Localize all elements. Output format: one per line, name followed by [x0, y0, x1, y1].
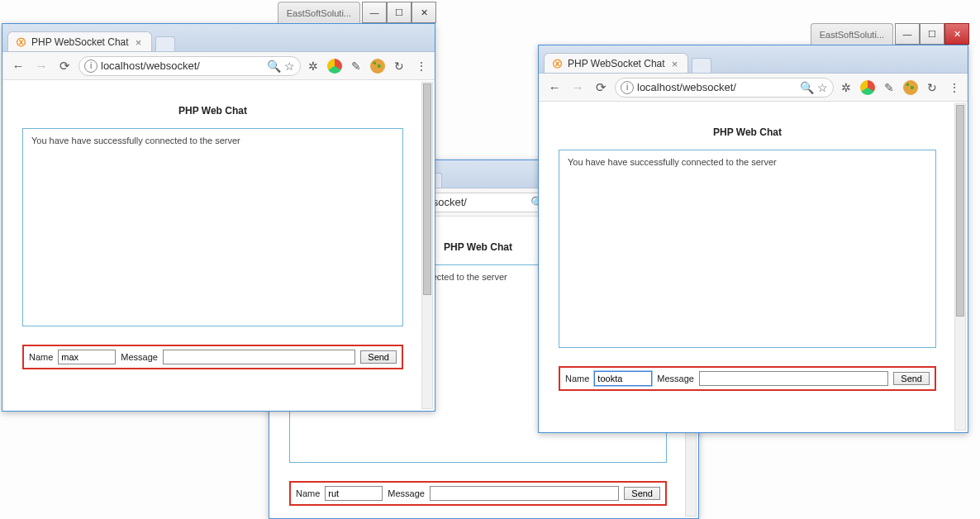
page-content: PHP Web Chat You have have successfully …	[539, 102, 968, 432]
maximize-button[interactable]: ☐	[920, 23, 944, 45]
name-input[interactable]	[58, 350, 116, 364]
forward-button[interactable]: →	[32, 57, 50, 75]
pencil-extension-icon[interactable]: ✎	[882, 80, 897, 95]
maximize-button[interactable]: ☐	[387, 2, 412, 23]
bug-extension-icon[interactable]: ✲	[306, 59, 321, 74]
pencil-extension-icon[interactable]: ✎	[349, 59, 364, 74]
message-input[interactable]	[430, 486, 619, 501]
window-app-name: EastSoftSoluti...	[278, 2, 360, 23]
url-text: localhost/websocket/	[637, 81, 797, 93]
minimize-button[interactable]: —	[895, 23, 920, 45]
tab-active[interactable]: ⓧ PHP WebSocket Chat ×	[544, 53, 688, 73]
address-bar[interactable]: i localhost/websocket/ 🔍 ☆	[615, 78, 834, 98]
scrollbar-thumb[interactable]	[956, 105, 964, 317]
color-circle-extension-icon[interactable]	[327, 59, 342, 74]
tab-strip: ⓧ PHP WebSocket Chat ×	[539, 45, 968, 74]
back-button[interactable]: ←	[545, 79, 564, 97]
address-bar[interactable]: i localhost/websocket/ 🔍 ☆	[78, 56, 301, 76]
xampp-favicon-icon: ⓧ	[551, 58, 563, 69]
send-button[interactable]: Send	[624, 487, 660, 500]
url-text: localhost/websocket/	[101, 60, 264, 72]
menu-button[interactable]: ⋮	[413, 59, 428, 74]
reload-button[interactable]: ⟳	[55, 57, 74, 75]
cookie-extension-icon[interactable]	[903, 80, 918, 95]
connected-message: You have have successfully connected to …	[31, 136, 240, 145]
tab-close-icon[interactable]: ×	[670, 59, 680, 69]
cookie-extension-icon[interactable]	[370, 59, 385, 74]
sync-extension-icon[interactable]: ↻	[392, 59, 407, 74]
tab-strip: ⓧ PHP WebSocket Chat ×	[2, 24, 435, 52]
window-controls: — ☐ ✕	[895, 23, 969, 45]
new-tab-button[interactable]	[692, 58, 711, 73]
message-input[interactable]	[699, 371, 888, 386]
tab-close-icon[interactable]: ×	[134, 37, 144, 48]
message-input[interactable]	[163, 350, 355, 364]
browser-toolbar: ← → ⟳ i localhost/websocket/ 🔍 ☆ ✲ ✎ ↻ ⋮	[2, 52, 435, 80]
chat-form: Name Message Send	[289, 481, 667, 506]
chat-form: Name Message Send	[22, 345, 403, 369]
browser-toolbar: ← → ⟳ i localhost/websocket/ 🔍 ☆ ✲ ✎ ↻ ⋮	[539, 74, 968, 102]
chat-log: You have have successfully connected to …	[559, 150, 936, 348]
message-label: Message	[657, 374, 694, 383]
tab-title: PHP WebSocket Chat	[568, 58, 665, 69]
scrollbar-thumb[interactable]	[423, 83, 431, 295]
window-app-name: EastSoftSoluti...	[811, 23, 893, 45]
extension-icons: ✲ ✎ ↻ ⋮	[306, 59, 428, 74]
new-tab-button[interactable]	[155, 36, 175, 51]
name-input[interactable]	[594, 371, 652, 386]
browser-window-1: EastSoftSoluti... — ☐ ✕ ⓧ PHP WebSocket …	[2, 23, 435, 412]
back-button[interactable]: ←	[9, 57, 27, 75]
bookmark-star-icon[interactable]: ☆	[817, 81, 828, 94]
chat-log: You have have successfully connected to …	[22, 128, 403, 326]
extension-icons: ✲ ✎ ↻ ⋮	[839, 80, 961, 95]
bookmark-star-icon[interactable]: ☆	[284, 60, 295, 73]
chat-form: Name Message Send	[559, 366, 936, 391]
tab-active[interactable]: ⓧ PHP WebSocket Chat ×	[7, 31, 152, 51]
menu-button[interactable]: ⋮	[946, 80, 961, 95]
connected-message: You have have successfully connected to …	[568, 157, 777, 167]
site-info-icon[interactable]: i	[84, 60, 98, 73]
site-info-icon[interactable]: i	[621, 81, 634, 94]
window-titlebar: EastSoftSoluti... — ☐ ✕	[811, 23, 969, 45]
zoom-icon[interactable]: 🔍	[267, 60, 281, 73]
message-label: Message	[388, 488, 425, 498]
window-controls: — ☐ ✕	[362, 2, 436, 23]
name-label: Name	[565, 374, 589, 383]
page-title: PHP Web Chat	[22, 105, 403, 117]
minimize-button[interactable]: —	[362, 2, 387, 23]
vertical-scrollbar[interactable]	[954, 103, 966, 431]
close-button[interactable]: ✕	[944, 23, 969, 45]
window-titlebar: EastSoftSoluti... — ☐ ✕	[278, 2, 436, 23]
tab-title: PHP WebSocket Chat	[31, 36, 129, 48]
sync-extension-icon[interactable]: ↻	[925, 80, 940, 95]
zoom-icon[interactable]: 🔍	[800, 81, 814, 94]
message-label: Message	[121, 352, 158, 362]
page-content: PHP Web Chat You have have successfully …	[2, 80, 435, 411]
color-circle-extension-icon[interactable]	[860, 80, 875, 95]
name-label: Name	[296, 488, 320, 498]
page-title: PHP Web Chat	[559, 126, 936, 138]
forward-button[interactable]: →	[568, 79, 587, 97]
name-input[interactable]	[325, 486, 383, 501]
close-button[interactable]: ✕	[412, 2, 436, 23]
send-button[interactable]: Send	[893, 372, 930, 385]
vertical-scrollbar[interactable]	[421, 82, 433, 409]
xampp-favicon-icon: ⓧ	[15, 36, 26, 48]
bug-extension-icon[interactable]: ✲	[839, 80, 854, 95]
browser-window-3: EastSoftSoluti... — ☐ ✕ ⓧ PHP WebSocket …	[538, 45, 968, 433]
name-label: Name	[29, 352, 53, 362]
send-button[interactable]: Send	[360, 350, 397, 364]
reload-button[interactable]: ⟳	[592, 79, 610, 97]
